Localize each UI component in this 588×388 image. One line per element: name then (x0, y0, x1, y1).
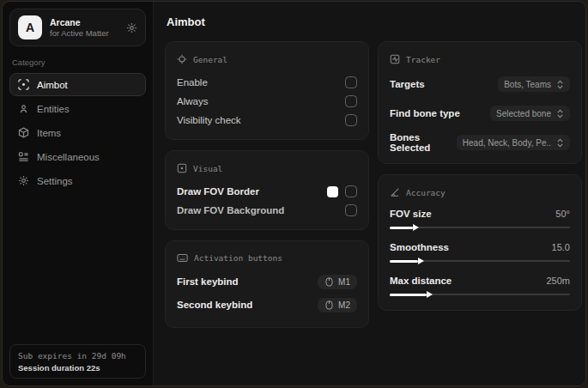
keybind-value: M2 (338, 300, 350, 310)
card-title: Tracker (406, 55, 440, 64)
card-title: General (193, 55, 227, 64)
slider-value: 50° (555, 209, 570, 219)
tracker-label: Bones Selected (390, 132, 457, 153)
targets-dropdown[interactable]: Bots, Teams (498, 76, 570, 92)
smoothness-slider[interactable] (390, 257, 570, 265)
crosshair-icon (177, 54, 187, 64)
dropdown-value: Selected bone (496, 109, 551, 118)
sidebar-item-miscellaneous[interactable]: Miscellaneous (9, 145, 146, 168)
gear-icon (18, 175, 29, 186)
slider-group-max-distance: Max distance 250m (390, 273, 570, 299)
mouse-icon (324, 300, 334, 310)
activation-card: Activation buttons First keybind M1 (165, 240, 369, 328)
slider-fill-and-thumb[interactable] (390, 260, 418, 263)
tracker-row-targets: Targets Bots, Teams (390, 73, 570, 95)
always-checkbox[interactable] (345, 95, 357, 107)
list-icon (18, 151, 29, 162)
toggle-row-enable: Enable (177, 73, 357, 92)
keybind-row-first: First keybind M1 (177, 271, 357, 292)
sidebar-item-label: Miscellaneous (37, 152, 100, 162)
sidebar-item-settings[interactable]: Settings (9, 169, 146, 192)
sidebar-item-label: Entities (37, 104, 70, 114)
sidebar-item-label: Aimbot (37, 80, 68, 90)
fov-background-checkbox[interactable] (345, 204, 357, 216)
general-card: General Enable Always Visibility check (165, 41, 369, 140)
max-distance-slider[interactable] (390, 290, 570, 299)
accuracy-card: Accuracy FOV size 50° (378, 174, 582, 311)
fov-size-slider[interactable] (390, 223, 570, 232)
sidebar-item-aimbot[interactable]: Aimbot (9, 73, 146, 96)
toggle-label: Enable (177, 77, 208, 88)
session-duration-text: Session duration 22s (18, 363, 137, 373)
slider-value: 15.0 (552, 242, 570, 252)
sidebar-item-items[interactable]: Items (9, 121, 146, 144)
toggle-row-visibility-check: Visibility check (177, 111, 357, 130)
slider-value: 250m (546, 276, 570, 286)
visual-card: Visual Draw FOV Border Draw FOV Backgrou… (165, 150, 369, 230)
keybind-value: M1 (338, 277, 350, 287)
sidebar: A Arcane for Active Matter Category (3, 2, 154, 385)
keybind-row-second: Second keybind M2 (177, 294, 357, 315)
second-keybind-button[interactable]: M2 (318, 298, 357, 312)
sidebar-item-label: Items (37, 128, 61, 138)
slider-group-fov-size: FOV size 50° (390, 206, 570, 232)
slider-group-smoothness: Smoothness 15.0 (390, 239, 570, 265)
fov-border-color-swatch[interactable] (327, 186, 338, 197)
left-column: General Enable Always Visibility check (165, 41, 369, 328)
right-column: Tracker Targets Bots, Teams (378, 41, 582, 311)
app-subtitle: for Active Matter (50, 28, 109, 38)
tracker-row-find-bone: Find bone type Selected bone (390, 102, 570, 124)
gear-icon[interactable] (126, 22, 137, 33)
tracker-label: Find bone type (390, 108, 460, 118)
toggle-label: Always (177, 96, 208, 106)
mouse-icon (324, 277, 334, 287)
sub-expires-text: Sub expires in 29d 09h (18, 351, 137, 361)
category-label: Category (12, 58, 143, 67)
slider-label: Smoothness (390, 242, 449, 252)
arcane-window: A Arcane for Active Matter Category (2, 1, 586, 386)
slider-fill-and-thumb[interactable] (390, 227, 413, 229)
tracker-row-bones-selected: Bones Selected Head, Neck, Body, Pe.. (390, 131, 570, 154)
chevrons-up-down-icon (556, 138, 564, 148)
activity-icon (390, 54, 400, 64)
app-title: Arcane (50, 17, 109, 27)
chevrons-up-down-icon (556, 109, 564, 118)
dropdown-value: Head, Neck, Body, Pe.. (463, 138, 551, 148)
arcane-logo: A (18, 15, 42, 39)
toggle-row-always: Always (177, 92, 357, 111)
main-panel: Aimbot General (154, 2, 586, 385)
slider-label: Max distance (390, 276, 452, 286)
chevrons-up-down-icon (556, 80, 564, 89)
fov-border-checkbox[interactable] (345, 185, 357, 197)
subscription-box: Sub expires in 29d 09h Session duration … (9, 344, 146, 379)
keybind-label: Second keybind (177, 300, 252, 310)
keyboard-icon (177, 253, 188, 263)
toggle-row-fov-background: Draw FOV Background (177, 201, 357, 220)
sidebar-menu: Aimbot Entities Items (9, 73, 146, 192)
sidebar-item-entities[interactable]: Entities (9, 97, 146, 120)
card-title: Visual (193, 164, 222, 173)
crosshair-scan-icon (18, 79, 29, 90)
sidebar-item-label: Settings (37, 176, 73, 186)
enable-checkbox[interactable] (345, 76, 357, 88)
first-keybind-button[interactable]: M1 (318, 275, 357, 289)
find-bone-type-dropdown[interactable]: Selected bone (490, 106, 570, 121)
person-scan-icon (18, 103, 29, 114)
toggle-label: Visibility check (177, 115, 241, 125)
slider-label: FOV size (390, 209, 432, 219)
visibility-check-checkbox[interactable] (345, 114, 357, 126)
cube-icon (18, 127, 29, 138)
tracker-card: Tracker Targets Bots, Teams (378, 41, 582, 164)
toggle-row-fov-border: Draw FOV Border (177, 182, 357, 201)
toggle-label: Draw FOV Border (177, 186, 259, 197)
tracker-label: Targets (390, 79, 425, 89)
sidebar-header: A Arcane for Active Matter (9, 9, 146, 46)
bones-selected-dropdown[interactable]: Head, Neck, Body, Pe.. (457, 135, 570, 150)
angle-icon (390, 187, 400, 197)
sidebar-header-text: Arcane for Active Matter (50, 17, 109, 38)
page-title: Aimbot (167, 15, 582, 28)
dropdown-value: Bots, Teams (504, 80, 551, 89)
card-title: Accuracy (406, 188, 446, 197)
slider-fill-and-thumb[interactable] (390, 294, 427, 296)
card-title: Activation buttons (194, 253, 282, 263)
